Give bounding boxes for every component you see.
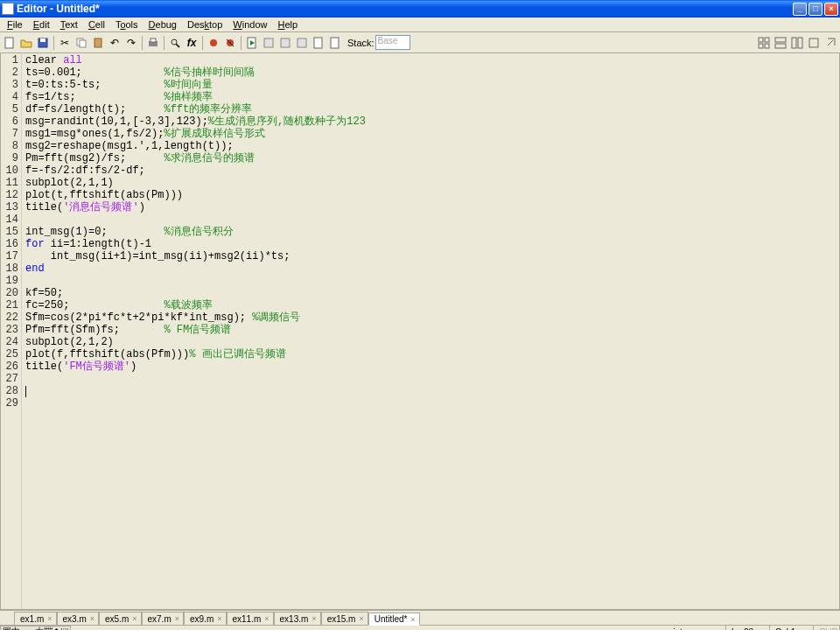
tab-close-icon[interactable]: × — [217, 614, 221, 623]
file-tab[interactable]: ex13.m× — [274, 612, 321, 625]
code-line[interactable]: plot(t,fftshift(abs(Pm))) — [25, 189, 836, 201]
file-tab[interactable]: ex11.m× — [227, 612, 274, 625]
code-line[interactable]: clear all — [25, 54, 836, 66]
file-tab[interactable]: Untitled*× — [368, 612, 420, 626]
code-line[interactable]: int_msg(1)=0; %消息信号积分 — [25, 226, 836, 238]
menu-desktop[interactable]: Desktop — [182, 18, 228, 31]
breakpoint-clear-icon[interactable] — [222, 35, 238, 51]
redo-icon[interactable]: ↷ — [123, 35, 139, 51]
split-h-icon[interactable] — [773, 35, 788, 51]
code-line[interactable]: plot(f,fftshift(abs(Pfm)))% 画出已调信号频谱 — [25, 348, 836, 360]
code-line[interactable]: df=fs/length(t); %fft的频率分辨率 — [25, 103, 836, 116]
menu-help[interactable]: Help — [273, 18, 304, 31]
maximize-button[interactable]: □ — [808, 3, 822, 16]
tile-icon[interactable] — [756, 35, 772, 51]
line-number: 2 — [1, 66, 18, 79]
tab-close-icon[interactable]: × — [359, 614, 363, 623]
tab-close-icon[interactable]: × — [264, 614, 269, 623]
line-number: 12 — [1, 189, 18, 201]
menu-file[interactable]: File — [2, 18, 28, 31]
function-icon[interactable]: fx — [184, 35, 200, 51]
file-tab[interactable]: ex9.m× — [184, 612, 227, 625]
code-line[interactable] — [25, 397, 836, 410]
breakpoint-set-icon[interactable] — [206, 35, 221, 51]
code-line[interactable]: subplot(2,1,1) — [25, 177, 836, 189]
find-icon[interactable] — [167, 35, 183, 51]
tab-label: ex13.m — [280, 614, 309, 624]
tab-close-icon[interactable]: × — [175, 614, 179, 623]
minimize-button[interactable]: _ — [793, 3, 807, 16]
menu-debug[interactable]: Debug — [144, 18, 182, 31]
code-line[interactable]: ts=0.001; %信号抽样时间间隔 — [25, 66, 836, 79]
file-tab[interactable]: ex3.m× — [57, 612, 100, 625]
step-out-icon[interactable] — [294, 35, 310, 51]
menu-edit[interactable]: Edit — [28, 18, 55, 31]
new-file-icon[interactable] — [2, 35, 18, 51]
line-number: 15 — [1, 226, 18, 238]
code-line[interactable]: kf=50; — [25, 287, 836, 299]
tab-close-icon[interactable]: × — [132, 614, 136, 623]
line-number: 16 — [1, 238, 18, 250]
open-file-icon[interactable] — [18, 35, 34, 51]
step-in-icon[interactable] — [277, 35, 293, 51]
line-number: 14 — [1, 214, 18, 226]
status-ovr: OVR — [814, 626, 840, 630]
code-line[interactable] — [25, 275, 836, 287]
stack-select[interactable]: Base — [375, 35, 410, 50]
file-tab[interactable]: ex5.m× — [99, 612, 142, 625]
menu-window[interactable]: Window — [228, 18, 272, 31]
code-line[interactable]: subplot(2,1,2) — [25, 336, 836, 348]
tab-label: ex1.m — [20, 614, 44, 624]
undock-icon[interactable] — [822, 35, 838, 51]
code-line[interactable]: Sfm=cos(2*pi*fc*t+2*pi*kf*int_msg); %调频信… — [25, 312, 836, 324]
code-line[interactable]: Pm=fft(msg2)/fs; %求消息信号的频谱 — [25, 152, 836, 164]
code-line[interactable]: msg2=reshape(msg1.',1,length(t)); — [25, 140, 836, 152]
tab-close-icon[interactable]: × — [90, 614, 94, 623]
code-line[interactable]: fs=1/ts; %抽样频率 — [25, 91, 836, 103]
code-line[interactable]: msg1=msg*ones(1,fs/2);%扩展成取样信号形式 — [25, 128, 836, 140]
line-number: 27 — [1, 373, 18, 385]
ime-bar[interactable]: 囲中 ○ , 大▦❖⬚ — [0, 626, 71, 630]
code-line[interactable]: t=0:ts:5-ts; %时间向量 — [25, 79, 836, 91]
code-line[interactable] — [25, 214, 836, 226]
file-tab[interactable]: ex7.m× — [142, 612, 185, 625]
file-tab[interactable]: ex15.m× — [321, 612, 368, 625]
paste-icon[interactable] — [90, 35, 106, 51]
exit-debug-icon[interactable] — [327, 35, 343, 51]
code-line[interactable]: fc=250; %载波频率 — [25, 299, 836, 312]
code-line[interactable]: title('消息信号频谱') — [25, 201, 836, 214]
save-icon[interactable] — [35, 35, 51, 51]
tab-close-icon[interactable]: × — [411, 615, 416, 624]
undo-icon[interactable]: ↶ — [107, 35, 122, 51]
cut-icon[interactable]: ✂ — [57, 35, 73, 51]
statusbar: 囲中 ○ , 大▦❖⬚ script Ln 28 Col 1 OVR — [0, 625, 840, 630]
menu-cell[interactable]: Cell — [83, 18, 110, 31]
dock-icon[interactable] — [806, 35, 822, 51]
code-line[interactable]: f=-fs/2:df:fs/2-df; — [25, 164, 836, 177]
code-line[interactable]: end — [25, 262, 836, 275]
code-line[interactable] — [25, 373, 836, 385]
print-icon[interactable] — [145, 35, 161, 51]
menu-text[interactable]: Text — [55, 18, 83, 31]
line-number: 7 — [1, 128, 18, 140]
close-button[interactable]: × — [824, 3, 838, 16]
code-line[interactable]: Pfm=fft(Sfm)fs; % FM信号频谱 — [25, 324, 836, 336]
tab-close-icon[interactable]: × — [312, 614, 316, 623]
tab-close-icon[interactable]: × — [47, 614, 52, 623]
line-number: 20 — [1, 287, 18, 299]
code-editor[interactable]: clear allts=0.001; %信号抽样时间间隔t=0:ts:5-ts;… — [22, 53, 839, 609]
code-line[interactable]: title('FM信号频谱') — [25, 360, 836, 373]
run-icon[interactable] — [244, 35, 260, 51]
code-line[interactable]: msg=randint(10,1,[-3,3],123);%生成消息序列,随机数… — [25, 116, 836, 128]
file-tab[interactable]: ex1.m× — [14, 612, 57, 625]
continue-icon[interactable] — [311, 35, 326, 51]
step-icon[interactable] — [261, 35, 276, 51]
split-v-icon[interactable] — [789, 35, 805, 51]
code-line[interactable]: for ii=1:length(t)-1 — [25, 238, 836, 250]
code-line[interactable]: int_msg(ii+1)=int_msg(ii)+msg2(ii)*ts; — [25, 250, 836, 262]
line-number: 8 — [1, 140, 18, 152]
menu-tools[interactable]: Tools — [110, 18, 144, 31]
code-line[interactable] — [25, 385, 836, 397]
copy-icon[interactable] — [74, 35, 89, 51]
line-number: 9 — [1, 152, 18, 164]
